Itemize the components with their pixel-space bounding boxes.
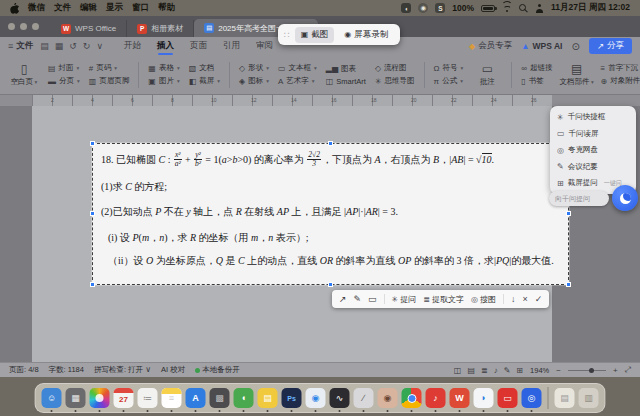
search-image-button[interactable]: ◎搜图: [471, 294, 496, 305]
ribbon-tab-审阅[interactable]: 审阅: [248, 37, 281, 55]
ribbon-cover-button[interactable]: ▤封面▾: [45, 63, 83, 73]
wifi-icon[interactable]: [502, 4, 512, 12]
ribbon-header-footer-button[interactable]: ▥页眉页脚: [86, 76, 133, 86]
dock-photos[interactable]: [90, 388, 110, 408]
apple-menu-icon[interactable]: [10, 3, 19, 14]
dock-contacts-photo[interactable]: ◉: [378, 388, 398, 408]
dock-quark[interactable]: ◎: [522, 388, 542, 408]
download-button[interactable]: ↓: [511, 294, 516, 304]
panel-item-千问快捷框[interactable]: ✳千问快捷框: [557, 112, 629, 122]
ribbon-tab-插入[interactable]: 插入: [149, 37, 182, 55]
menubar-app-name[interactable]: 微信: [28, 2, 45, 14]
zoom-slider[interactable]: [568, 370, 606, 371]
selection-handle[interactable]: [566, 211, 571, 216]
dock-app-store[interactable]: A: [186, 388, 206, 408]
wps-ai-button[interactable]: ▲ WPS AI: [521, 41, 562, 51]
ribbon-page-break-button[interactable]: ▬分页▾: [45, 76, 83, 86]
dock-settings[interactable]: ▩: [210, 388, 230, 408]
ribbon-symbol-button[interactable]: Ω符号▾: [431, 63, 467, 73]
ribbon-shapes-button[interactable]: ◇形状▾: [236, 63, 272, 73]
document-page[interactable]: 18. 已知椭圆 C : x²a² + y²b² = 1(a>b>0) 的离心率…: [32, 106, 552, 362]
fullscreen-icon[interactable]: ⤢: [625, 365, 631, 375]
dock-safari[interactable]: ◉: [306, 388, 326, 408]
ribbon-picture-button[interactable]: ▣图片▾: [145, 76, 182, 86]
dock-wechat[interactable]: ◖: [234, 388, 254, 408]
window-tab-2[interactable]: P相册素材: [127, 20, 194, 37]
dock-dark-swirl-app[interactable]: ∿: [330, 388, 350, 408]
wechat-menu-icon[interactable]: ◖: [401, 3, 411, 13]
close-window-button[interactable]: [8, 23, 15, 30]
spotlight-icon[interactable]: [519, 4, 528, 13]
menubar-item[interactable]: 文件: [54, 2, 71, 14]
drag-handle-icon[interactable]: ∷: [284, 30, 290, 40]
share-button[interactable]: ↗ 分享: [589, 38, 632, 54]
ribbon-blank-page-button[interactable]: ▯空白页 ▾: [6, 58, 42, 92]
dock-reminders[interactable]: ≔: [138, 388, 158, 408]
eye-protect-icon[interactable]: ◫: [454, 366, 462, 375]
new-doc-icon[interactable]: ▤: [40, 41, 49, 51]
ribbon-drop-cap-button[interactable]: ≡首字下沉: [598, 63, 640, 73]
extract-text-button[interactable]: ≣提取文字: [423, 294, 464, 305]
zoom-level[interactable]: 194%: [530, 366, 549, 375]
dock-xiaohongshu[interactable]: ▭: [498, 388, 518, 408]
selection-handle[interactable]: [328, 141, 333, 146]
menubar-item[interactable]: 显示: [106, 2, 123, 14]
ribbon-formula-button[interactable]: π公式▾: [431, 76, 467, 86]
fit-page-icon[interactable]: ⊞: [516, 366, 523, 375]
selection-handle[interactable]: [90, 211, 95, 216]
panel-item-夸克网盘[interactable]: ◎夸克网盘: [557, 145, 629, 155]
dock-finder[interactable]: ☺: [42, 388, 62, 408]
confirm-button[interactable]: ✓: [535, 294, 543, 304]
panel-item-会议纪要[interactable]: ✎会议纪要: [557, 162, 629, 172]
close-button[interactable]: ×: [523, 294, 528, 304]
ai-proofread[interactable]: AI 校对: [161, 365, 185, 375]
ribbon-tab-引用[interactable]: 引用: [215, 37, 248, 55]
selection-handle[interactable]: [328, 282, 333, 287]
ribbon-bookmark-button[interactable]: ▯书签: [518, 76, 555, 86]
ask-button[interactable]: ✳提问: [392, 294, 417, 305]
menubar-clock[interactable]: 11月27日 周四 12:02: [551, 2, 630, 14]
ribbon-text-box-button[interactable]: ▭文本框▾: [275, 63, 320, 73]
spell-check[interactable]: 拼写检查: 打开 ∨: [94, 365, 151, 375]
record-menu-icon[interactable]: ◉: [418, 3, 428, 13]
dock-chrome[interactable]: [402, 388, 422, 408]
selection-handle[interactable]: [566, 282, 571, 287]
file-menu-button[interactable]: ≡ 文件: [8, 40, 33, 52]
vip-button[interactable]: ◆ 会员专享: [469, 40, 512, 52]
selection-handle[interactable]: [90, 141, 95, 146]
panel-item-千问读屏[interactable]: ▭千问读屏: [557, 129, 629, 139]
menubar-item[interactable]: 帮助: [158, 2, 175, 14]
screen-record-button[interactable]: ◉屏幕录制: [338, 27, 394, 43]
save-icon[interactable]: ▦: [55, 41, 64, 51]
ribbon-attachment-button[interactable]: ⊕对象附件▾: [598, 76, 640, 86]
ribbon-comment-button[interactable]: ▭批注: [469, 58, 505, 92]
dock-calendar[interactable]: 27: [114, 388, 134, 408]
word-count[interactable]: 字数: 1184: [49, 365, 84, 375]
zoom-slider-knob[interactable]: [589, 368, 594, 373]
dock-file-stack[interactable]: ▤: [258, 388, 278, 408]
zoom-out-button[interactable]: −: [556, 366, 561, 375]
ribbon-tab-开始[interactable]: 开始: [116, 37, 149, 55]
user-switch-icon[interactable]: [535, 4, 544, 13]
dock-launchpad[interactable]: ▦: [66, 388, 86, 408]
local-backup-status[interactable]: 本地备份开: [195, 365, 240, 375]
ribbon-doc-parts-button[interactable]: ▤文档部件 ▾: [559, 58, 595, 92]
dock-notes[interactable]: ≡: [162, 388, 182, 408]
screenshot-button[interactable]: ▣截图: [295, 27, 335, 43]
dock-photoshop[interactable]: Ps: [282, 388, 302, 408]
minimize-window-button[interactable]: [20, 23, 27, 30]
ribbon-icons-button[interactable]: ◈图标▾: [236, 76, 272, 86]
ribbon-chart-button[interactable]: ▂▅图表: [323, 64, 369, 74]
dock-ruler-app[interactable]: ∕: [354, 388, 374, 408]
capture-selection[interactable]: 18. 已知椭圆 C : x²a² + y²b² = 1(a>b>0) 的离心率…: [92, 143, 569, 285]
ribbon-hyperlink-button[interactable]: ∞超链接: [518, 63, 555, 73]
redo-icon[interactable]: ↻: [83, 41, 91, 51]
ribbon-word-art-button[interactable]: A艺术字▾: [275, 76, 320, 86]
ribbon-mind-map-button[interactable]: ✳思维导图: [372, 76, 418, 86]
ribbon-document-button[interactable]: ▧文档: [186, 63, 223, 73]
zoom-window-button[interactable]: [32, 23, 39, 30]
menubar-item[interactable]: 编辑: [80, 2, 97, 14]
pen-tool-icon[interactable]: ✎: [354, 294, 362, 304]
s-app-menu-icon[interactable]: S: [435, 3, 445, 13]
collaboration-icon[interactable]: ⊙: [571, 41, 579, 52]
